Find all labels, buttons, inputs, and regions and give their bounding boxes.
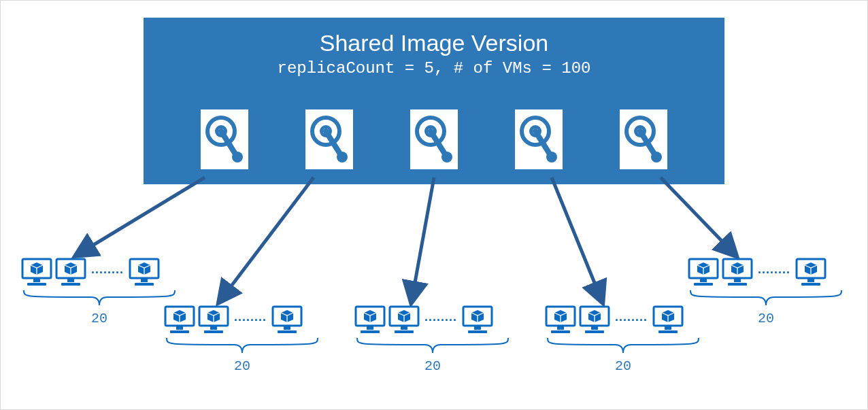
vm-icon [579,305,610,335]
svg-rect-123 [801,283,820,286]
svg-rect-67 [176,326,183,330]
vm-cluster: ........ 20 [688,258,844,326]
svg-rect-88 [395,330,414,333]
svg-point-37 [545,138,548,141]
svg-rect-107 [665,326,671,330]
svg-point-16 [314,138,317,141]
replica-disk-icon [305,109,353,169]
cluster-count-label: 20 [21,311,178,326]
brace [164,337,320,357]
vm-cluster: ........ 20 [21,258,178,326]
arrow-replica-2 [220,177,314,301]
svg-rect-92 [474,326,481,330]
brace [688,289,844,309]
vm-row: ........ [354,305,511,335]
svg-rect-78 [278,330,297,333]
brace [545,337,701,357]
svg-point-15 [335,122,339,125]
arrow-replica-4 [552,177,602,301]
svg-point-35 [545,122,548,125]
svg-point-6 [209,138,212,141]
arrow-replica-5 [661,177,735,255]
arrow-replica-1 [77,177,205,255]
vm-icon [722,258,753,288]
vm-row: ........ [164,305,320,335]
svg-rect-118 [728,283,747,286]
vm-icon [652,305,684,335]
replica-disk-icon [620,109,667,169]
svg-point-26 [418,138,422,141]
svg-rect-52 [33,278,40,282]
svg-point-25 [440,122,444,125]
vm-icon [198,305,229,335]
ellipsis: ........ [89,262,126,284]
svg-rect-87 [401,326,407,330]
brace [21,289,178,309]
svg-point-19 [337,152,348,163]
svg-rect-102 [591,326,598,330]
svg-point-27 [440,138,444,141]
svg-rect-77 [284,326,290,330]
svg-point-36 [523,138,527,141]
svg-point-5 [231,122,234,125]
svg-point-17 [335,138,339,141]
vm-icon [545,305,576,335]
svg-point-46 [628,138,631,141]
svg-rect-113 [694,283,713,286]
svg-point-29 [441,152,452,163]
svg-rect-117 [734,278,741,282]
vm-cluster: ........ 20 [164,305,320,374]
svg-rect-83 [361,330,380,333]
svg-point-14 [314,122,317,125]
svg-rect-58 [61,283,80,286]
box-subtitle: replicaCount = 5, # of VMs = 100 [144,59,724,78]
diagram-canvas: Shared Image Version replicaCount = 5, #… [0,0,868,410]
vm-icon [129,258,160,288]
vm-icon [55,258,86,288]
svg-rect-97 [557,326,564,330]
vm-icon [21,258,52,288]
vm-icon [688,258,719,288]
svg-rect-68 [170,330,189,333]
svg-point-24 [418,122,422,125]
svg-rect-63 [135,283,154,286]
cluster-count-label: 20 [354,358,511,374]
svg-rect-98 [551,330,570,333]
vm-cluster: ........ 20 [545,305,701,374]
box-title: Shared Image Version [144,30,724,56]
cluster-count-label: 20 [164,358,320,374]
svg-point-44 [628,122,631,125]
svg-rect-108 [658,330,678,333]
svg-point-4 [209,122,212,125]
vm-icon [388,305,420,335]
svg-rect-112 [700,278,707,282]
vm-icon [164,305,195,335]
svg-point-7 [231,138,234,141]
svg-point-47 [650,138,653,141]
svg-point-45 [650,122,653,125]
ellipsis: ........ [756,262,792,284]
ellipsis: ........ [422,310,459,331]
vm-row: ........ [545,305,701,335]
replica-disk-row [144,109,724,169]
vm-icon [354,305,386,335]
ellipsis: ........ [613,310,650,331]
vm-row: ........ [21,258,178,288]
vm-icon [462,305,493,335]
svg-rect-82 [367,326,373,330]
svg-point-39 [546,152,557,163]
brace [354,337,511,357]
svg-rect-57 [67,278,74,282]
vm-row: ........ [688,258,844,288]
svg-point-9 [232,152,243,163]
cluster-count-label: 20 [545,358,701,374]
vm-cluster: ........ 20 [354,305,511,374]
svg-rect-93 [468,330,487,333]
svg-rect-62 [141,278,148,282]
vm-icon [271,305,303,335]
svg-rect-73 [204,330,223,333]
svg-rect-53 [27,283,46,286]
svg-point-49 [651,152,662,163]
svg-rect-72 [210,326,217,330]
vm-icon [795,258,827,288]
